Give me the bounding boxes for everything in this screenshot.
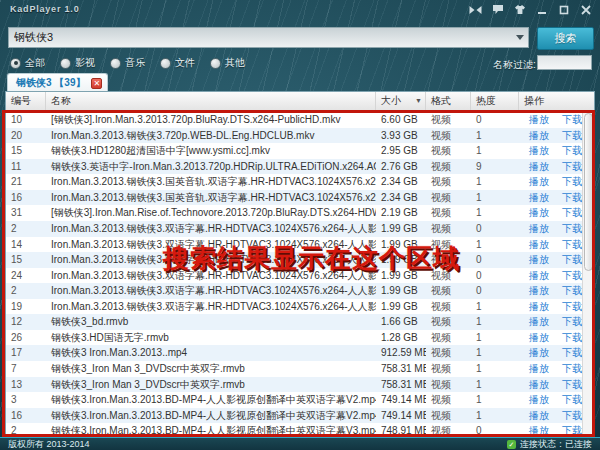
download-link[interactable]: 下载	[562, 252, 582, 268]
row-heat: 1	[471, 174, 519, 190]
play-link[interactable]: 播放	[529, 159, 549, 175]
row-id: 14	[6, 237, 46, 253]
name-filter-input[interactable]	[537, 55, 592, 70]
header-operation[interactable]: 操作	[519, 92, 594, 111]
table-row[interactable]: 2 Iron.Man.3.2013.钢铁侠3.双语字幕.HR-HDTVAC3.1…	[6, 221, 594, 237]
play-link[interactable]: 播放	[529, 377, 549, 393]
play-link[interactable]: 播放	[529, 408, 549, 424]
table-row[interactable]: 15 Iron.Man.3.2013.钢铁侠3.双语字幕.HR-HDTVAC3.…	[6, 252, 594, 268]
header-id[interactable]: 编号	[6, 92, 46, 111]
table-row[interactable]: 12 钢铁侠3_bd.rmvb 1.66 GB 视频 1 播放 下载	[6, 314, 594, 330]
play-link[interactable]: 播放	[529, 221, 549, 237]
table-row[interactable]: 16 钢铁侠3.Iron.Man.3.2013.BD-MP4-人人影视原创翻译中…	[6, 408, 594, 424]
download-link[interactable]: 下载	[562, 205, 582, 221]
table-row[interactable]: 7 钢铁侠3_Iron Man 3_DVDscr中英双字.rmvb 758.31…	[6, 361, 594, 377]
table-row[interactable]: 2 钢铁侠3.Iron.Man.3.2013.BD-MP4-人人影视原创翻译中英…	[6, 423, 594, 437]
download-link[interactable]: 下载	[562, 314, 582, 330]
category-radio[interactable]: 影视	[60, 56, 95, 70]
play-link[interactable]: 播放	[529, 237, 549, 253]
download-link[interactable]: 下载	[562, 237, 582, 253]
results-tab[interactable]: 钢铁侠3 【39】 ✕	[7, 73, 108, 92]
play-link[interactable]: 播放	[529, 392, 549, 408]
table-row[interactable]: 21 Iron.Man.3.2013.钢铁侠3.国英音轨.双语字幕.HR-HDT…	[6, 174, 594, 190]
download-link[interactable]: 下载	[562, 112, 582, 128]
row-id: 10	[6, 112, 46, 128]
download-link[interactable]: 下载	[562, 408, 582, 424]
row-filename: 钢铁侠3.Iron.Man.3.2013.BD-MP4-人人影视原创翻译中英双语…	[46, 392, 376, 408]
download-link[interactable]: 下载	[562, 377, 582, 393]
category-radio[interactable]: 文件	[160, 56, 195, 70]
category-radio[interactable]: 音乐	[110, 56, 145, 70]
row-filename: [钢铁侠3].Iron.Man.3.2013.720p.BluRay.DTS.x…	[46, 112, 376, 128]
table-row[interactable]: 11 钢铁侠3.英语中字-Iron.Man.3.2013.720p.HDRip.…	[6, 159, 594, 175]
download-link[interactable]: 下载	[562, 128, 582, 144]
connected-check-icon: ✓	[507, 440, 516, 449]
header-size[interactable]: 大小▼	[376, 92, 426, 111]
play-link[interactable]: 播放	[529, 314, 549, 330]
table-row[interactable]: 26 钢铁侠3.HD国语无字.rmvb 1.28 GB 视频 1 播放 下载	[6, 330, 594, 346]
play-link[interactable]: 播放	[529, 299, 549, 315]
row-id: 2	[6, 221, 46, 237]
app-menu-icon[interactable]	[469, 4, 482, 15]
row-filename: 钢铁侠3.Iron.Man.3.2013.BD-MP4-人人影视原创翻译中英双语…	[46, 423, 376, 437]
table-row[interactable]: 15 钢铁侠3.HD1280超清国语中字[www.ysmi.cc].mkv 2.…	[6, 143, 594, 159]
download-link[interactable]: 下载	[562, 330, 582, 346]
table-row[interactable]: 24 Iron.Man.3.2013.钢铁侠3.双语字幕.HR-HDTVAC3.…	[6, 268, 594, 284]
radio-icon	[10, 58, 21, 69]
tab-close-icon[interactable]: ✕	[91, 78, 102, 89]
play-link[interactable]: 播放	[529, 174, 549, 190]
play-link[interactable]: 播放	[529, 268, 549, 284]
play-link[interactable]: 播放	[529, 190, 549, 206]
table-row[interactable]: 16 Iron.Man.3.2013.钢铁侠3.国英音轨.双语字幕.HR-HDT…	[6, 190, 594, 206]
minimize-button[interactable]	[535, 4, 548, 15]
play-link[interactable]: 播放	[529, 252, 549, 268]
table-row[interactable]: 2 Iron.Man.3.2013.钢铁侠3.双语字幕.HR-HDTVAC3.1…	[6, 283, 594, 299]
download-link[interactable]: 下载	[562, 159, 582, 175]
table-row[interactable]: 19 Iron.Man.3.2013.钢铁侠3.双语字幕.HR-HDTVAC3.…	[6, 299, 594, 315]
download-link[interactable]: 下载	[562, 174, 582, 190]
download-link[interactable]: 下载	[562, 361, 582, 377]
download-link[interactable]: 下载	[562, 392, 582, 408]
search-input[interactable]	[8, 27, 529, 48]
row-format: 视频	[426, 283, 471, 299]
play-link[interactable]: 播放	[529, 423, 549, 437]
table-row[interactable]: 14 Iron.Man.3.2013.钢铁侠3.双语字幕.HR-HDTVAC3.…	[6, 237, 594, 253]
category-radio[interactable]: 全部	[10, 56, 45, 70]
table-row[interactable]: 13 钢铁侠3_Iron Man 3_DVDscr中英双字.rmvb 758.3…	[6, 377, 594, 393]
category-radio[interactable]: 其他	[210, 56, 245, 70]
play-link[interactable]: 播放	[529, 361, 549, 377]
play-link[interactable]: 播放	[529, 283, 549, 299]
table-row[interactable]: 17 钢铁侠3 Iron.Man.3.2013..mp4 912.59 MB 视…	[6, 345, 594, 361]
play-link[interactable]: 播放	[529, 128, 549, 144]
table-row[interactable]: 31 [钢铁侠3].Iron.Man.Rise.of.Technovore.20…	[6, 205, 594, 221]
download-link[interactable]: 下载	[562, 268, 582, 284]
header-format[interactable]: 格式	[426, 92, 471, 111]
vertical-scrollbar[interactable]	[582, 111, 594, 436]
play-link[interactable]: 播放	[529, 345, 549, 361]
feedback-icon[interactable]	[491, 4, 504, 15]
download-link[interactable]: 下载	[562, 221, 582, 237]
close-button[interactable]	[579, 4, 592, 15]
download-link[interactable]: 下载	[562, 345, 582, 361]
search-button[interactable]: 搜索	[537, 27, 594, 50]
header-heat[interactable]: 热度	[471, 92, 519, 111]
header-name[interactable]: 名称	[46, 92, 376, 111]
download-link[interactable]: 下载	[562, 190, 582, 206]
download-link[interactable]: 下载	[562, 143, 582, 159]
search-dropdown-icon[interactable]	[516, 35, 524, 40]
scrollbar-thumb[interactable]	[584, 113, 593, 271]
play-link[interactable]: 播放	[529, 205, 549, 221]
row-size: 1.66 GB	[376, 314, 426, 330]
download-link[interactable]: 下载	[562, 299, 582, 315]
table-row[interactable]: 3 钢铁侠3.Iron.Man.3.2013.BD-MP4-人人影视原创翻译中英…	[6, 392, 594, 408]
table-row[interactable]: 20 Iron.Man.3.2013.钢铁侠3.720p.WEB-DL.Eng.…	[6, 128, 594, 144]
play-link[interactable]: 播放	[529, 143, 549, 159]
download-link[interactable]: 下载	[562, 423, 582, 437]
category-label: 全部	[25, 56, 45, 70]
table-row[interactable]: 10 [钢铁侠3].Iron.Man.3.2013.720p.BluRay.DT…	[6, 112, 594, 128]
skin-icon[interactable]	[513, 4, 526, 15]
maximize-button[interactable]	[557, 4, 570, 15]
play-link[interactable]: 播放	[529, 330, 549, 346]
play-link[interactable]: 播放	[529, 112, 549, 128]
download-link[interactable]: 下载	[562, 283, 582, 299]
